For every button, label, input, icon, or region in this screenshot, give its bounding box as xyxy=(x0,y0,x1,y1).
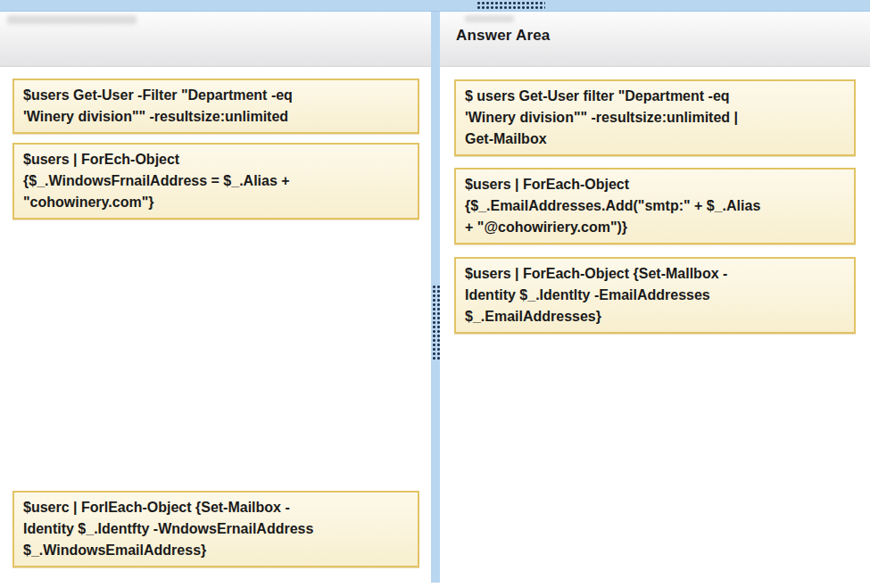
blurred-text-artifact xyxy=(465,15,514,22)
blurred-text-artifact xyxy=(7,15,137,24)
code-snippet-source-1[interactable]: $users Get-User -Filter "Department -eq … xyxy=(12,79,419,134)
code-snippet-answer-1[interactable]: $ users Get-User filter "Department -eq … xyxy=(454,79,856,156)
drag-handle-vertical-icon[interactable] xyxy=(431,284,440,360)
drag-handle-horizontal-icon[interactable] xyxy=(476,0,545,9)
code-snippet-source-2[interactable]: $users | ForEch-Object {$_.WindowsFrnail… xyxy=(12,143,419,219)
code-snippet-source-3[interactable]: $userc | ForlEach-Object {Set-Mailbox - … xyxy=(12,491,419,567)
drag-drop-question-screen: { "question": { "kind": "drag-and-drop",… xyxy=(0,0,870,588)
top-scroll-bar xyxy=(0,0,870,12)
code-snippet-answer-2[interactable]: $users | ForEach-Object {$_.EmailAddress… xyxy=(454,168,856,244)
source-panel-header xyxy=(0,12,431,67)
code-snippet-answer-3[interactable]: $users | ForEach-Object {Set-Mallbox - I… xyxy=(454,257,856,334)
answer-area-header: Answer Area xyxy=(440,12,870,67)
answer-area-title: Answer Area xyxy=(456,27,551,45)
